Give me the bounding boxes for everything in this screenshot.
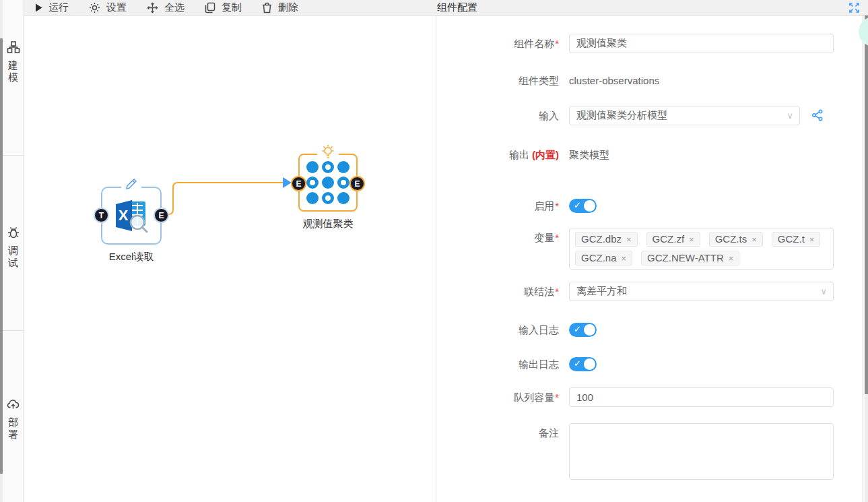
field-label-output-log: 输出日志 bbox=[436, 354, 559, 374]
expand-icon[interactable] bbox=[848, 2, 860, 13]
left-scrollbar-thumb[interactable] bbox=[0, 38, 3, 474]
port-t-input[interactable]: T bbox=[94, 208, 109, 223]
tag-remove-icon[interactable]: × bbox=[809, 235, 815, 244]
workflow-canvas[interactable]: X T E Excel读取 E bbox=[24, 15, 436, 502]
settings-label: 设置 bbox=[106, 1, 127, 14]
sidebar-divider bbox=[3, 330, 24, 331]
input-log-toggle[interactable]: ✓ bbox=[569, 323, 597, 337]
queue-capacity-input[interactable] bbox=[569, 387, 834, 407]
variables-tag-box[interactable]: GCZ.dbz× GCZ.zf× GCZ.ts× GCZ.t× GCZ.na× … bbox=[569, 228, 834, 270]
output-log-toggle[interactable]: ✓ bbox=[569, 357, 597, 371]
cluster-dots-icon bbox=[306, 161, 349, 204]
required-asterisk: * bbox=[555, 200, 559, 212]
sidebar-item-label: 部署 bbox=[8, 416, 19, 441]
component-config-panel: 组件名称* 组件类型 cluster-observations 输入 观测值聚类… bbox=[436, 15, 863, 502]
copy-label: 复制 bbox=[222, 1, 242, 14]
sidebar-item-debug[interactable]: 调试 bbox=[7, 226, 20, 269]
check-icon: ✓ bbox=[574, 200, 581, 210]
run-label: 运行 bbox=[48, 1, 69, 14]
input-model-select[interactable]: 观测值聚类分析模型 ∨ bbox=[569, 106, 800, 125]
linkage-method-select[interactable]: 离差平方和 ∨ bbox=[569, 282, 834, 301]
bug-icon bbox=[7, 226, 20, 239]
top-toolbar: 运行 设置 全选 复制 bbox=[24, 0, 868, 15]
toggle-knob bbox=[584, 358, 595, 370]
toggle-knob bbox=[584, 200, 595, 212]
variable-tag: GCZ.zf× bbox=[646, 232, 700, 247]
delete-button[interactable]: 删除 bbox=[262, 1, 298, 14]
delete-label: 删除 bbox=[278, 1, 298, 14]
settings-button[interactable]: 设置 bbox=[89, 1, 127, 14]
port-e-output[interactable]: E bbox=[154, 208, 169, 223]
node-label: 观测值聚类 bbox=[277, 218, 378, 230]
component-name-input[interactable] bbox=[569, 34, 834, 53]
tag-remove-icon[interactable]: × bbox=[689, 235, 694, 244]
panel-title: 组件配置 bbox=[437, 0, 477, 15]
required-asterisk: * bbox=[555, 391, 559, 403]
right-scrollbar-border bbox=[863, 15, 863, 502]
remark-textarea[interactable] bbox=[569, 423, 834, 480]
sidebar-divider bbox=[3, 155, 24, 156]
port-e-input[interactable]: E bbox=[291, 176, 306, 191]
field-label-linkage: 联结法* bbox=[436, 282, 559, 301]
excel-icon: X bbox=[102, 188, 160, 243]
select-all-label: 全选 bbox=[164, 1, 185, 14]
move-icon bbox=[147, 2, 158, 13]
node-cluster-observations[interactable]: E E 观测值聚类 bbox=[298, 154, 358, 212]
node-label: Excel读取 bbox=[81, 251, 182, 263]
tag-remove-icon[interactable]: × bbox=[752, 235, 757, 244]
field-label-queue-capacity: 队列容量* bbox=[436, 387, 559, 407]
check-icon: ✓ bbox=[574, 358, 581, 369]
sitemap-icon bbox=[7, 40, 20, 54]
sidebar-item-deploy[interactable]: 部署 bbox=[7, 398, 20, 441]
enabled-toggle[interactable]: ✓ bbox=[569, 199, 597, 213]
output-value: 聚类模型 bbox=[569, 145, 609, 164]
share-icon[interactable] bbox=[811, 109, 824, 121]
variable-tag: GCZ.ts× bbox=[709, 232, 763, 247]
variable-tag: GCZ.na× bbox=[575, 251, 632, 265]
field-label-output: 输出(内置) bbox=[436, 145, 559, 164]
chevron-down-icon: ∨ bbox=[820, 286, 827, 296]
variable-tag: GCZ.t× bbox=[772, 232, 821, 247]
cloud-upload-icon bbox=[7, 398, 20, 411]
builtin-badge: (内置) bbox=[532, 149, 559, 160]
right-scrollbar-track[interactable] bbox=[865, 394, 868, 502]
sidebar-item-label: 调试 bbox=[8, 245, 19, 269]
left-scrollbar-track[interactable] bbox=[0, 0, 3, 502]
sidebar-item-label: 建模 bbox=[8, 59, 19, 84]
field-label-remark: 备注 bbox=[436, 423, 559, 443]
play-icon bbox=[35, 3, 42, 12]
variable-tag: GCZ.dbz× bbox=[575, 232, 638, 247]
required-asterisk: * bbox=[555, 232, 559, 243]
sidebar-item-modeling[interactable]: 建模 bbox=[7, 40, 20, 84]
field-label-enabled: 启用* bbox=[436, 196, 559, 216]
check-icon: ✓ bbox=[574, 324, 581, 334]
required-asterisk: * bbox=[555, 38, 559, 49]
node-excel-reader[interactable]: X T E Excel读取 bbox=[101, 187, 162, 245]
port-e-output[interactable]: E bbox=[349, 176, 365, 191]
field-label-input: 输入 bbox=[436, 106, 559, 125]
field-label-input-log: 输入日志 bbox=[436, 320, 559, 340]
app-window: 建模 调试 部署 bbox=[0, 0, 868, 502]
component-type-value: cluster-observations bbox=[569, 71, 659, 90]
toggle-knob bbox=[584, 324, 595, 336]
tag-remove-icon[interactable]: × bbox=[729, 254, 734, 263]
tag-remove-icon[interactable]: × bbox=[626, 235, 632, 244]
run-button[interactable]: 运行 bbox=[35, 1, 69, 14]
tag-remove-icon[interactable]: × bbox=[622, 254, 627, 263]
required-asterisk: * bbox=[555, 286, 559, 297]
field-label-variables: 变量* bbox=[436, 228, 559, 247]
field-label-name: 组件名称* bbox=[436, 34, 559, 53]
gear-icon bbox=[89, 2, 100, 13]
field-label-type: 组件类型 bbox=[436, 71, 559, 90]
variable-tag: GCZ.NEW-ATTR× bbox=[641, 251, 739, 265]
panel-divider bbox=[436, 0, 436, 502]
select-all-button[interactable]: 全选 bbox=[147, 1, 185, 14]
copy-icon bbox=[205, 2, 215, 13]
copy-button[interactable]: 复制 bbox=[205, 1, 242, 14]
chevron-down-icon: ∨ bbox=[787, 111, 793, 121]
left-sidebar: 建模 调试 部署 bbox=[3, 0, 24, 502]
right-scrollbar-thumb[interactable] bbox=[865, 15, 868, 394]
svg-text:X: X bbox=[119, 207, 129, 224]
trash-icon bbox=[262, 2, 272, 13]
